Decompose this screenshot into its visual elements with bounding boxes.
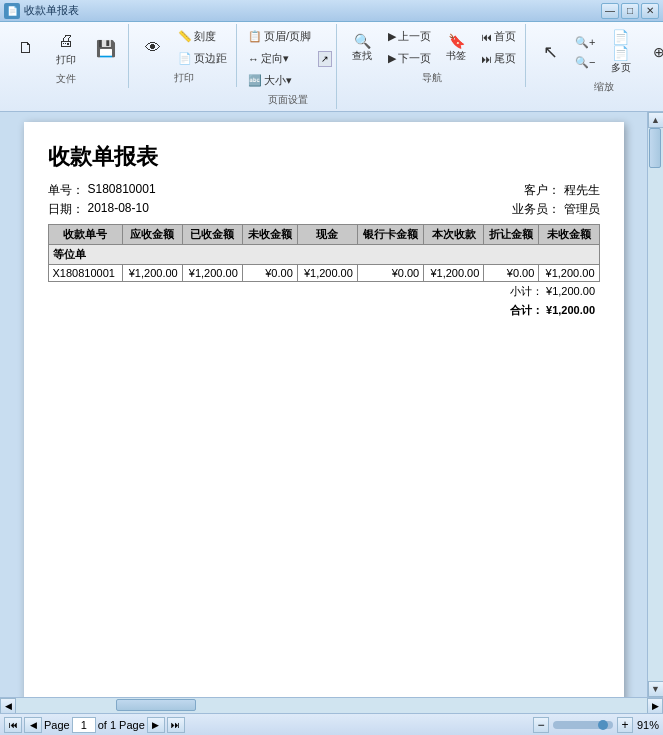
row-discount: ¥0.00	[484, 265, 539, 282]
preview-button[interactable]: 👁	[135, 33, 171, 63]
order-no-value: S180810001	[88, 182, 156, 199]
zoom-in-button[interactable]: 🔍+	[570, 33, 600, 52]
customer-value: 程先生	[564, 182, 600, 199]
scroll-thumb[interactable]	[649, 128, 661, 168]
minimize-button[interactable]: —	[601, 3, 619, 19]
status-bar: ⏮ ◀ Page of 1 Page ▶ ⏭ − + 91%	[0, 713, 663, 735]
page-navigation[interactable]: ⏮ ◀ Page of 1 Page ▶ ⏭	[4, 717, 185, 733]
title-bar: 📄 收款单报表 — □ ✕	[0, 0, 663, 22]
window-controls[interactable]: — □ ✕	[601, 3, 659, 19]
meta-right: 客户： 程先生 业务员： 管理员	[512, 182, 600, 218]
col-header-cash: 现金	[297, 225, 357, 245]
row-order-no: X180810001	[48, 265, 122, 282]
prev-page-icon: ▶	[388, 30, 396, 43]
zoom-thumb[interactable]	[598, 720, 608, 730]
cursor-button[interactable]: ↖	[532, 38, 568, 66]
size-icon: 🔤	[248, 74, 262, 87]
group-label: 等位单	[48, 245, 599, 265]
zoom-in-icon: 🔍+	[575, 36, 595, 49]
scroll-down-button[interactable]: ▼	[648, 681, 664, 697]
col-header-received: 已收金额	[182, 225, 242, 245]
prev-page-nav-button[interactable]: ◀	[24, 717, 42, 733]
zoom-percent-button[interactable]: ⊕	[641, 41, 664, 63]
new-button[interactable]: 🗋	[8, 33, 44, 63]
find-button[interactable]: 🔍 查找	[343, 30, 381, 66]
print-icon: 🖨	[54, 29, 78, 53]
orientation-icon: ↔	[248, 53, 259, 65]
row-bank-card: ¥0.00	[357, 265, 423, 282]
total-row: 合计： ¥1,200.00	[48, 301, 599, 320]
print-group-label: 打印	[174, 71, 194, 85]
bookmark-button[interactable]: 🔖 书签	[438, 30, 474, 66]
vertical-scrollbar[interactable]: ▲ ▼	[647, 112, 663, 697]
margin-button[interactable]: 📄 页边距	[173, 48, 232, 69]
h-scroll-thumb[interactable]	[116, 699, 196, 711]
page-setup-expand[interactable]: ↗	[318, 51, 332, 67]
multipage-button[interactable]: 📄📄 多页	[603, 26, 639, 78]
report-title: 收款单报表	[48, 142, 600, 172]
main-area: 收款单报表 单号： S180810001 日期： 2018-08-10 客户：	[0, 112, 663, 697]
row-cash: ¥1,200.00	[297, 265, 357, 282]
page-number-input[interactable]	[72, 717, 96, 733]
group-row: 等位单	[48, 245, 599, 265]
zoom-minus-button[interactable]: −	[533, 717, 549, 733]
row-receivable: ¥1,200.00	[122, 265, 182, 282]
last-page-button[interactable]: ⏭ 尾页	[476, 48, 521, 69]
size-button[interactable]: 🔤 大小▾	[243, 70, 316, 91]
zoom-controls[interactable]: − + 91%	[533, 717, 659, 733]
prev-page-button[interactable]: ▶ 上一页	[383, 26, 436, 47]
save-button[interactable]: 💾	[88, 33, 124, 63]
horizontal-scrollbar[interactable]: ◀ ▶	[0, 697, 663, 713]
report-meta: 单号： S180810001 日期： 2018-08-10 客户： 程先生 业务…	[48, 182, 600, 218]
print-button[interactable]: 🖨 打印	[46, 26, 86, 70]
maximize-button[interactable]: □	[621, 3, 639, 19]
customer-label: 客户：	[524, 182, 560, 199]
col-header-discount: 折让金额	[484, 225, 539, 245]
zoom-label: 91%	[637, 719, 659, 731]
first-page-nav-button[interactable]: ⏮	[4, 717, 22, 733]
subtotal-value: ¥1,200.00	[546, 285, 595, 297]
table-row: X180810001 ¥1,200.00 ¥1,200.00 ¥0.00 ¥1,…	[48, 265, 599, 282]
toolbar: 🗋 🖨 打印 💾 文件 👁 📏 刻度 📄	[0, 22, 663, 112]
scroll-right-button[interactable]: ▶	[647, 698, 663, 714]
col-header-receivable: 应收金额	[122, 225, 182, 245]
header-footer-icon: 📋	[248, 30, 262, 43]
zoom-slider[interactable]	[553, 721, 613, 729]
next-page-nav-button[interactable]: ▶	[147, 717, 165, 733]
new-icon: 🗋	[14, 36, 38, 60]
total-value: ¥1,200.00	[546, 304, 595, 316]
col-header-remaining: 未收金额	[539, 225, 599, 245]
close-button[interactable]: ✕	[641, 3, 659, 19]
window-title: 收款单报表	[24, 3, 79, 18]
zoom-out-button[interactable]: 🔍−	[570, 53, 600, 72]
last-page-nav-button[interactable]: ⏭	[167, 717, 185, 733]
multipage-icon: 📄📄	[608, 29, 634, 61]
page-of-label: of 1 Page	[98, 719, 145, 731]
zoom-group-label: 缩放	[594, 80, 614, 94]
next-page-button[interactable]: ▶ 下一页	[383, 48, 436, 69]
date-value: 2018-08-10	[88, 201, 149, 218]
meta-left: 单号： S180810001 日期： 2018-08-10	[48, 182, 156, 218]
orientation-button[interactable]: ↔ 定向▾	[243, 48, 316, 69]
scroll-track[interactable]	[648, 128, 663, 681]
bookmark-icon: 🔖	[448, 33, 465, 49]
scale-icon: 📏	[178, 30, 192, 43]
header-footer-button[interactable]: 📋 页眉/页脚	[243, 26, 316, 47]
subtotal-row: 小计： ¥1,200.00	[48, 282, 599, 302]
order-no-label: 单号：	[48, 182, 84, 199]
scroll-left-button[interactable]: ◀	[0, 698, 16, 714]
zoom-out-icon: 🔍−	[575, 56, 595, 69]
salesperson-value: 管理员	[564, 201, 600, 218]
row-remaining: ¥1,200.00	[539, 265, 599, 282]
first-page-icon: ⏮	[481, 31, 492, 43]
zoom-percent-icon: ⊕	[653, 44, 664, 60]
zoom-plus-button[interactable]: +	[617, 717, 633, 733]
col-header-order: 收款单号	[48, 225, 122, 245]
scale-button[interactable]: 📏 刻度	[173, 26, 232, 47]
h-scroll-track[interactable]	[16, 698, 647, 713]
cursor-icon: ↖	[543, 41, 558, 63]
first-page-button[interactable]: ⏮ 首页	[476, 26, 521, 47]
save-icon: 💾	[94, 36, 118, 60]
scroll-up-button[interactable]: ▲	[648, 112, 664, 128]
next-page-icon: ▶	[388, 52, 396, 65]
